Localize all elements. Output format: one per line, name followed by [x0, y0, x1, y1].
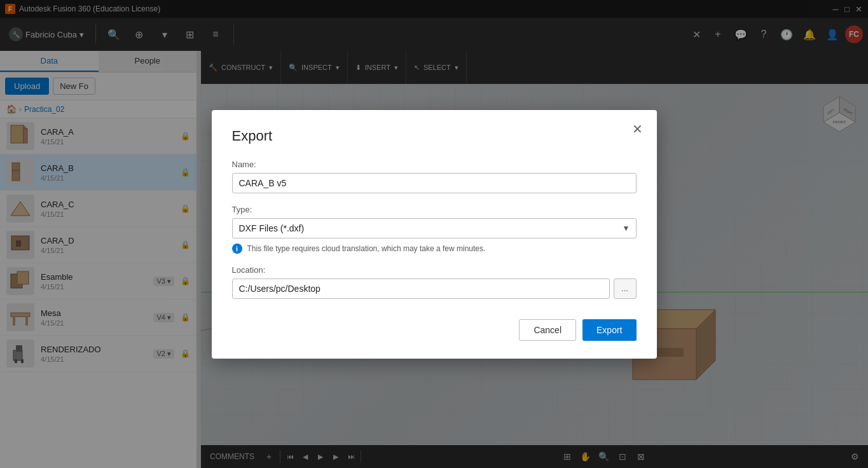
cancel-button[interactable]: Cancel	[519, 319, 576, 341]
info-text: This file type requires cloud translatio…	[247, 244, 486, 253]
location-input[interactable]	[232, 279, 610, 299]
modal-close-button[interactable]: ✕	[629, 120, 647, 138]
info-icon: i	[232, 244, 242, 254]
modal-title: Export	[232, 128, 637, 144]
modal-actions: Cancel Export	[232, 319, 637, 341]
location-form-group: Location: ...	[232, 265, 637, 299]
info-message: i This file type requires cloud translat…	[232, 244, 637, 254]
modal-overlay: Export ✕ Name: Type: DXF Files (*.dxf) A…	[0, 0, 868, 468]
type-select-wrapper: DXF Files (*.dxf) Autodesk Fusion 360 Ar…	[232, 218, 637, 238]
location-label: Location:	[232, 265, 637, 275]
location-row: ...	[232, 279, 637, 299]
name-form-group: Name:	[232, 160, 637, 193]
browse-button[interactable]: ...	[614, 279, 637, 299]
type-form-group: Type: DXF Files (*.dxf) Autodesk Fusion …	[232, 205, 637, 254]
type-select[interactable]: DXF Files (*.dxf) Autodesk Fusion 360 Ar…	[232, 218, 637, 238]
type-label: Type:	[232, 205, 637, 214]
export-button[interactable]: Export	[582, 319, 636, 341]
name-label: Name:	[232, 160, 637, 169]
name-input[interactable]	[232, 173, 637, 193]
export-modal: Export ✕ Name: Type: DXF Files (*.dxf) A…	[212, 110, 657, 359]
